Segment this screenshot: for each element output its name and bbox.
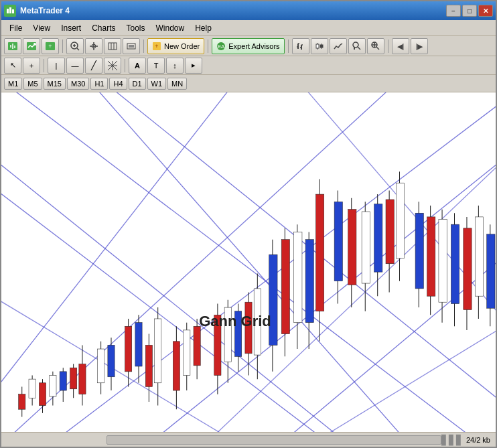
tf-d1[interactable]: D1 [129,78,146,90]
svg-rect-35 [316,44,319,48]
window-controls: − □ ✕ [446,5,493,17]
maximize-button[interactable]: □ [462,5,477,17]
tf-w1[interactable]: W1 [147,78,167,90]
svg-line-39 [358,47,360,50]
svg-text:+: + [48,43,52,50]
tool-horizontal-line[interactable]: — [66,58,84,74]
menu-view[interactable]: View [27,22,56,34]
svg-rect-116 [305,240,313,323]
tool-vertical-line[interactable]: | [48,58,65,74]
tool-trend-line[interactable]: ╱ [85,58,102,74]
svg-rect-126 [374,204,382,272]
toolbar-scroll-right[interactable]: |▶ [411,38,428,54]
scroll-area [106,435,441,445]
tool-text[interactable]: A [129,58,146,74]
svg-rect-140 [464,228,472,310]
title-bar-left: MetaTrader 4 [4,5,70,17]
svg-rect-144 [487,234,495,308]
separator-1 [62,40,63,53]
tf-h1[interactable]: H1 [90,78,108,90]
toolbar-line-chart[interactable] [330,38,347,54]
svg-rect-70 [29,379,36,398]
toolbar-btn-new-chart[interactable]: + [42,38,59,54]
title-bar: MetaTrader 4 − □ ✕ [1,1,496,20]
svg-rect-92 [155,319,161,383]
close-button[interactable]: ✕ [478,5,493,17]
svg-rect-130 [396,183,404,258]
toolbar-bar-chart[interactable] [292,38,309,54]
svg-rect-82 [98,349,104,383]
tool-more[interactable]: ▸ [185,58,202,74]
toolbar-period-sep[interactable] [104,38,121,54]
toolbar-chart-scroll[interactable] [123,38,140,54]
menu-insert[interactable]: Insert [56,22,86,34]
tool-gann-grid[interactable] [104,58,121,74]
svg-rect-3 [12,9,14,13]
status-info: ▋▋▋ 24/2 kb [441,435,490,445]
svg-rect-132 [415,213,423,289]
svg-rect-72 [39,383,46,406]
timeframe-toolbar: M1 M5 M15 M30 H1 H4 D1 W1 MN [1,75,496,92]
svg-rect-120 [334,202,342,281]
tool-arrow[interactable]: ↖ [4,58,21,74]
separator-2 [143,40,144,53]
svg-line-43 [376,47,379,50]
svg-rect-23 [129,45,134,48]
bars-icon: ▋▋▋ [441,435,464,445]
svg-rect-124 [362,212,370,283]
menu-file[interactable]: File [4,22,27,34]
svg-point-38 [353,42,358,48]
menu-help[interactable]: Help [190,22,217,34]
app-icon [4,5,16,17]
gann-grid-label: Gann Grid [199,313,271,330]
menu-window[interactable]: Window [151,22,190,34]
menu-tools[interactable]: Tools [121,22,151,34]
svg-text:EA: EA [218,44,225,50]
separator-draw-1 [44,59,44,72]
toolbar-zoom-in-btn2[interactable] [367,38,384,54]
svg-text:|▶: |▶ [415,42,423,50]
menu-bar: File View Insert Charts Tools Window Hel… [1,20,496,36]
scroll-track[interactable] [106,435,441,445]
separator-draw-2 [125,59,125,72]
tool-crosshair[interactable]: + [23,58,40,74]
menu-charts[interactable]: Charts [86,22,121,34]
svg-rect-78 [70,368,77,389]
tf-m5[interactable]: M5 [23,78,42,90]
svg-rect-112 [281,240,289,334]
toolbar-scroll-left[interactable]: ◀| [392,38,409,54]
svg-rect-74 [50,376,56,397]
minimize-button[interactable]: − [446,5,461,17]
svg-rect-138 [451,224,459,303]
tf-mn[interactable]: MN [167,78,187,90]
toolbar-candle-chart[interactable] [311,38,328,54]
status-text: 24/2 kb [466,436,490,444]
svg-rect-1 [7,9,9,13]
tf-m15[interactable]: M15 [44,78,66,90]
tf-m30[interactable]: M30 [67,78,89,90]
svg-rect-37 [320,45,323,48]
tool-arrow-down[interactable]: ↕ [166,58,184,74]
svg-rect-114 [294,232,302,322]
svg-rect-19 [109,43,117,50]
chart-area[interactable]: − □ ✕ [1,92,496,432]
tool-textbox[interactable]: T [147,58,165,74]
toolbar-btn-1[interactable] [4,38,21,54]
toolbar-zoom-in[interactable] [66,38,84,54]
main-window: MetaTrader 4 − □ ✕ File View Insert Char… [0,0,497,448]
svg-text:◀|: ◀| [397,42,404,50]
toolbar-zoom-out-btn[interactable] [348,38,366,54]
svg-rect-84 [108,345,115,376]
svg-rect-2 [9,7,11,13]
svg-rect-96 [184,330,190,376]
expert-advisors-button[interactable]: EA Expert Advisors [212,38,284,54]
main-toolbar: + [1,36,496,56]
svg-line-13 [77,48,79,50]
svg-text:+: + [155,43,158,50]
new-order-button[interactable]: + New Order [147,38,204,54]
toolbar-btn-2[interactable] [23,38,40,54]
tf-h4[interactable]: H4 [109,78,127,90]
svg-rect-88 [135,323,142,366]
tf-m1[interactable]: M1 [4,78,22,90]
toolbar-crosshair[interactable] [85,38,102,54]
